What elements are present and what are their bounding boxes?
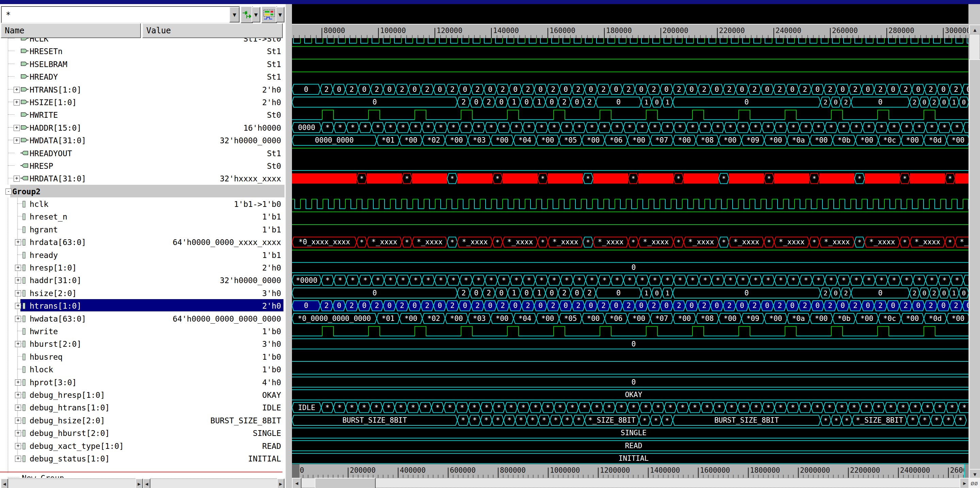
expand-toggle[interactable]: + (15, 341, 21, 347)
signal-row-hsize-2-0-[interactable]: +hsize[2:0]3'h0 (0, 286, 285, 299)
signal-row-haddr-31-0-[interactable]: +haddr[31:0]32'h0000_0000 (0, 273, 285, 286)
signal-row-debug-hresp-1-0-[interactable]: +debug_hresp[1:0]OKAY (0, 388, 285, 401)
wave-vscrollbar[interactable]: ▲ ▼ (969, 4, 980, 488)
wave-header-strip (292, 4, 969, 24)
signal-row-debug-xact-type-1-0-[interactable]: +debug_xact_type[1:0]READ (0, 439, 285, 452)
expand-toggle[interactable]: + (15, 380, 21, 386)
svg-text:0: 0 (923, 99, 926, 106)
expand-toggle[interactable]: + (15, 316, 21, 322)
signal-row-HADDR-15-0-[interactable]: +HADDR[15:0]16'h0000 (0, 121, 285, 134)
signal-row-Group2[interactable]: -Group2 (0, 185, 285, 197)
signal-name: HSIZE[1:0] (30, 98, 76, 107)
value-column-hscrollbar[interactable] (143, 478, 284, 488)
expand-toggle[interactable]: + (14, 87, 20, 93)
signal-row-HREADYOUT[interactable]: HREADYOUTSt1 (0, 147, 285, 159)
wave-vscroll-track[interactable] (969, 34, 980, 60)
name-hscroll-right-arrow[interactable]: ▶ (135, 478, 143, 488)
signal-expand-button[interactable] (240, 6, 253, 23)
svg-text:*: * (570, 404, 575, 412)
signal-row-hready[interactable]: hready1'b1 (0, 248, 285, 261)
value-hscroll-right-arrow[interactable]: ▶ (277, 478, 285, 488)
wave-vscroll-thumb[interactable] (969, 59, 980, 470)
expand-toggle[interactable]: + (14, 99, 20, 105)
expand-toggle[interactable]: + (15, 392, 21, 398)
expand-toggle[interactable]: + (14, 176, 20, 182)
signal-row-hbusreq[interactable]: hbusreq1'b0 (0, 350, 285, 363)
signal-row-hgrant[interactable]: hgrant1'b1 (0, 223, 285, 235)
svg-text:2: 2 (450, 302, 455, 310)
svg-text:2400000: 2400000 (900, 466, 930, 474)
expand-toggle[interactable]: + (15, 239, 21, 245)
signal-row-HREADY[interactable]: HREADYSt1 (0, 70, 285, 83)
svg-text:*: * (387, 404, 391, 412)
expand-toggle[interactable]: + (15, 405, 21, 411)
signal-row-hprot-3-0-[interactable]: +hprot[3:0]4'h0 (0, 376, 285, 388)
signal-row-debug-hburst-2-0-[interactable]: +debug_hburst[2:0]SINGLE (0, 426, 285, 439)
expand-toggle[interactable]: + (15, 265, 21, 271)
signal-row-HWDATA-31-0-[interactable]: +HWDATA[31:0]32'h0000_0000 (0, 134, 285, 146)
new-group-item[interactable]: New Group (22, 474, 64, 478)
name-column-hscrollbar[interactable] (1, 478, 142, 488)
signal-row-hburst-2-0-[interactable]: +hburst[2:0]3'h0 (0, 337, 285, 350)
signal-row-hrdata-63-0-[interactable]: +hrdata[63:0]64'h0000_0000_xxxx_xxxx (0, 235, 285, 248)
expand-toggle[interactable]: + (15, 290, 21, 296)
svg-text:1: 1 (666, 289, 669, 297)
signal-value: 2'h0 (262, 98, 281, 107)
signal-row-HCLK[interactable]: HCLKSt1->St0 (0, 38, 285, 45)
wave-hscroll-left-arrow[interactable]: ◀ (292, 478, 301, 488)
svg-text:2: 2 (324, 86, 329, 94)
signal-row-debug-hsize-2-0-[interactable]: +debug_hsize[2:0]BURST_SIZE_8BIT (0, 414, 285, 426)
value-hscroll-left-arrow[interactable]: ◀ (143, 478, 150, 488)
signal-row-HSELBRAM[interactable]: HSELBRAMSt1 (0, 57, 285, 70)
svg-text:2: 2 (677, 86, 681, 94)
expand-toggle[interactable]: + (15, 443, 21, 449)
expand-toggle[interactable]: + (15, 277, 21, 283)
filter-dropdown-button[interactable]: ▼ (229, 7, 240, 22)
svg-text:*_SIZE_8BIT: *_SIZE_8BIT (588, 416, 635, 424)
column-header-name[interactable]: Name (1, 23, 141, 38)
signal-row-debug-status-1-0-[interactable]: +debug_status[1:0]INITIAL (0, 452, 285, 464)
window-title-bar[interactable] (0, 0, 980, 4)
svg-text:*: * (946, 416, 951, 424)
svg-text:*: * (705, 404, 710, 412)
signal-icon (22, 404, 26, 411)
signal-row-debug-htrans-1-0-[interactable]: +debug_htrans[1:0]IDLE (0, 401, 285, 413)
signal-row-hwrite[interactable]: hwrite1'b0 (0, 325, 285, 337)
waveform-canvas[interactable]: 0202020202020202020202020202020202020202… (292, 38, 969, 464)
svg-text:2: 2 (526, 86, 530, 94)
signal-row-HWRITE[interactable]: HWRITESt0 (0, 108, 285, 121)
time-ruler-overview[interactable]: 0200000400000600000800000100000012000001… (292, 464, 969, 478)
resize-grip-icon[interactable]: øø (969, 478, 980, 488)
tree-stub (8, 51, 14, 51)
signal-row-htrans-1-0-[interactable]: +htrans[1:0]2'h0 (0, 299, 285, 312)
signal-row-hwdata-63-0-[interactable]: +hwdata[63:0]64'h0000_0000_0000_0000 (0, 312, 285, 325)
signal-row-hreset-n[interactable]: hreset_n1'b1 (0, 210, 285, 223)
column-header-value[interactable]: Value (142, 23, 283, 38)
collapse-toggle[interactable]: - (5, 189, 11, 195)
signal-row-HRDATA-31-0-[interactable]: +HRDATA[31:0]32'hxxxx_xxxx (0, 172, 285, 184)
signal-row-hlock[interactable]: hlock1'b0 (0, 363, 285, 375)
display-mode-dropdown[interactable]: ▼ (275, 7, 285, 22)
wave-hscrollbar[interactable] (292, 478, 969, 488)
signal-row-hclk[interactable]: hclk1'b1->1'b0 (0, 197, 285, 210)
expand-toggle[interactable]: + (15, 430, 21, 436)
name-hscroll-left-arrow[interactable]: ◀ (1, 478, 8, 488)
signal-filter-input[interactable]: * (1, 6, 240, 23)
display-mode-button[interactable] (261, 6, 277, 23)
svg-text:*: * (501, 124, 506, 132)
signal-row-HRESP[interactable]: HRESPSt0 (0, 159, 285, 172)
signal-expand-dropdown[interactable]: ▼ (251, 7, 260, 22)
expand-toggle[interactable]: + (14, 137, 20, 144)
expand-toggle[interactable]: + (15, 303, 21, 309)
wave-hscroll-thumb[interactable] (315, 478, 375, 488)
signal-row-HTRANS-1-0-[interactable]: +HTRANS[1:0]2'h0 (0, 83, 285, 95)
signal-icon (22, 201, 26, 208)
signal-row-hresp-1-0-[interactable]: +hresp[1:0]2'h0 (0, 261, 285, 273)
expand-toggle[interactable]: + (15, 418, 21, 424)
signal-row-HSIZE-1-0-[interactable]: +HSIZE[1:0]2'h0 (0, 95, 285, 108)
expand-toggle[interactable]: + (15, 456, 21, 462)
signal-row-HRESETn[interactable]: HRESETnSt1 (0, 45, 285, 57)
svg-text:0: 0 (916, 302, 920, 310)
svg-text:*: * (401, 124, 405, 132)
expand-toggle[interactable]: + (14, 125, 20, 131)
